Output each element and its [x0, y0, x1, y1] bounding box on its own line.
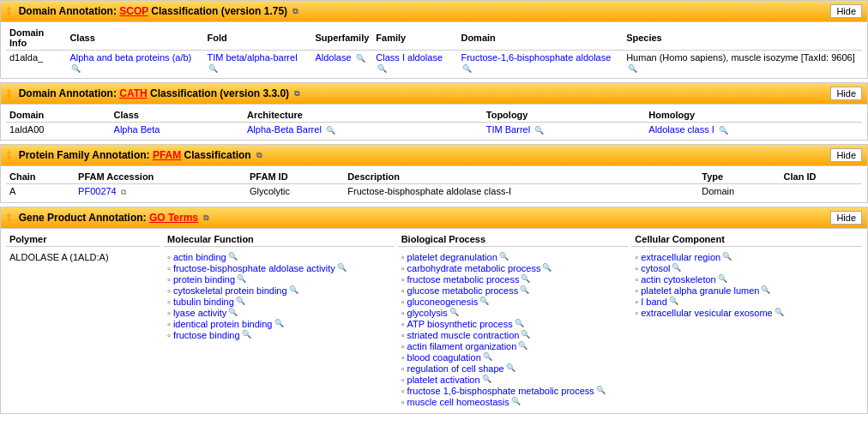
- list-item: lyase activity 🔍: [167, 308, 391, 318]
- scop-sf-icon: 🔍: [356, 54, 365, 63]
- cath-header-text: Domain Annotation: CATH Classification (…: [19, 87, 289, 99]
- cath-ext-icon: ⧉: [294, 89, 299, 99]
- cc6-icon: 🔍: [775, 308, 784, 316]
- scop-col-fold: Fold: [203, 26, 311, 51]
- scop-family: Class I aldolase 🔍: [372, 51, 457, 75]
- bp12-icon: 🔍: [482, 375, 491, 383]
- list-item: fructose binding 🔍: [167, 330, 391, 340]
- go-cell-comp-list: extracellular region 🔍 cytosol 🔍 actin c…: [635, 252, 859, 318]
- bp1-icon: 🔍: [499, 252, 509, 261]
- list-item: blood coagulation 🔍: [401, 352, 625, 363]
- list-item: extracellular region 🔍: [635, 252, 859, 262]
- go-hide-button[interactable]: Hide: [830, 211, 862, 225]
- go-header: ‡ Gene Product Annotation: GO Terms ⧉ Hi…: [1, 207, 867, 229]
- cath-content: Domain Class Architecture Topology Homol…: [1, 105, 867, 140]
- scop-col-family: Family: [372, 26, 457, 51]
- pfam-accession: PF00274 ⧉: [75, 184, 246, 200]
- go-content: Polymer Molecular Function Biological Pr…: [1, 229, 867, 413]
- cath-col-architecture: Architecture: [244, 108, 483, 123]
- cc5-icon: 🔍: [669, 297, 678, 305]
- list-item: cytoskeletal protein binding 🔍: [167, 285, 391, 296]
- pfam-col-chain: Chain: [6, 170, 75, 184]
- scop-header-text: Domain Annotation: SCOP Classification (…: [19, 5, 287, 17]
- scop-header: ‡ Domain Annotation: SCOP Classification…: [1, 1, 867, 22]
- pfam-col-type: Type: [698, 170, 780, 184]
- pfam-acc-icon: ⧉: [121, 188, 126, 196]
- pfam-hide-button[interactable]: Hide: [830, 148, 862, 162]
- list-item: glucose metabolic process 🔍: [401, 285, 625, 296]
- scop-label: SCOP: [119, 5, 148, 17]
- list-item: protein binding 🔍: [167, 274, 391, 285]
- go-grid: Polymer Molecular Function Biological Pr…: [6, 232, 862, 410]
- cath-col-domain: Domain: [6, 108, 111, 123]
- pfam-id: Glycolytic: [246, 184, 344, 200]
- pfam-section: ‡ Protein Family Annotation: PFAM Classi…: [0, 144, 868, 203]
- cc1-icon: 🔍: [722, 252, 732, 261]
- scop-content: Domain Info Class Fold Superfamily Famil…: [1, 22, 867, 78]
- bp8-icon: 🔍: [521, 330, 530, 339]
- list-item: platelet degranulation 🔍: [401, 252, 625, 262]
- table-row: 1aldA00 Alpha Beta Alpha-Beta Barrel 🔍 T…: [6, 123, 862, 137]
- scop-fam-icon: 🔍: [377, 64, 387, 73]
- list-item: fructose metabolic process 🔍: [401, 274, 625, 285]
- bp3-icon: 🔍: [521, 274, 530, 283]
- cath-header: ‡ Domain Annotation: CATH Classification…: [1, 83, 867, 105]
- scop-col-species: Species: [623, 26, 862, 51]
- cath-label: CATH: [119, 87, 147, 99]
- go-cellular-component-col: extracellular region 🔍 cytosol 🔍 actin c…: [631, 250, 862, 410]
- mf8-icon: 🔍: [242, 330, 251, 339]
- go-mol-func-list: actin binding 🔍 fructose-bisphosphate al…: [167, 252, 391, 340]
- cath-warning-icon: ‡: [6, 87, 12, 99]
- bp4-icon: 🔍: [520, 285, 529, 294]
- pfam-label: PFAM: [153, 149, 181, 161]
- pfam-ext-icon: ⧉: [256, 151, 262, 160]
- cath-hide-button[interactable]: Hide: [830, 87, 862, 100]
- pfam-col-description: Description: [344, 170, 698, 184]
- cath-title: ‡ Domain Annotation: CATH Classification…: [6, 87, 299, 99]
- go-warning-icon: ‡: [6, 212, 12, 224]
- cath-col-homology: Homology: [645, 108, 862, 123]
- cath-topo-icon: 🔍: [534, 126, 544, 135]
- go-label: GO Terms: [149, 212, 198, 224]
- mf1-icon: 🔍: [228, 252, 238, 261]
- scop-sp-icon: 🔍: [628, 64, 637, 73]
- cath-arch-icon: 🔍: [326, 126, 335, 135]
- list-item: fructose-bisphosphate aldolase activity …: [167, 263, 391, 273]
- pfam-col-id: PFAM ID: [246, 170, 344, 184]
- pfam-content: Chain PFAM Accession PFAM ID Description…: [1, 166, 867, 202]
- list-item: platelet alpha granule lumen 🔍: [635, 285, 859, 296]
- list-item: striated muscle contraction 🔍: [401, 330, 625, 340]
- bp9-icon: 🔍: [518, 341, 527, 350]
- cath-section: ‡ Domain Annotation: CATH Classification…: [0, 82, 868, 141]
- scop-ext-icon: ⧉: [292, 7, 298, 16]
- table-row: d1alda_ Alpha and beta proteins (a/b) 🔍 …: [6, 51, 862, 75]
- scop-section: ‡ Domain Annotation: SCOP Classification…: [0, 0, 868, 79]
- list-item: identical protein binding 🔍: [167, 319, 391, 329]
- scop-hide-button[interactable]: Hide: [830, 4, 862, 18]
- bp13-icon: 🔍: [596, 386, 606, 394]
- pfam-col-clan: Clan ID: [781, 170, 862, 184]
- list-item: cytosol 🔍: [635, 263, 859, 273]
- list-item: regulation of cell shape 🔍: [401, 363, 625, 374]
- bp2-icon: 🔍: [542, 263, 552, 272]
- warning-icon: ‡: [6, 5, 12, 17]
- scop-fold-icon: 🔍: [208, 64, 218, 73]
- list-item: fructose 1,6-bisphosphate metabolic proc…: [401, 386, 625, 396]
- bp5-icon: 🔍: [479, 297, 489, 305]
- mf6-icon: 🔍: [228, 308, 238, 316]
- cc2-icon: 🔍: [672, 263, 681, 272]
- pfam-title: ‡ Protein Family Annotation: PFAM Classi…: [6, 149, 262, 161]
- cath-hom-icon: 🔍: [719, 126, 728, 135]
- table-row: A PF00274 ⧉ Glycolytic Fructose-bisphosp…: [6, 184, 862, 200]
- bp6-icon: 🔍: [449, 308, 459, 316]
- pfam-header-text: Protein Family Annotation: PFAM Classifi…: [19, 149, 251, 161]
- list-item: I band 🔍: [635, 297, 859, 307]
- go-header-text: Gene Product Annotation: GO Terms: [19, 212, 198, 224]
- list-item: actin cytoskeleton 🔍: [635, 274, 859, 285]
- mf2-icon: 🔍: [337, 263, 347, 272]
- scop-class-icon: 🔍: [71, 64, 81, 73]
- scop-title: ‡ Domain Annotation: SCOP Classification…: [6, 5, 298, 17]
- go-bio-proc-header: Biological Process: [398, 232, 629, 247]
- cath-architecture: Alpha-Beta Barrel 🔍: [244, 123, 483, 137]
- go-polymer-name: ALDOLASE A (1ALD:A): [6, 250, 160, 410]
